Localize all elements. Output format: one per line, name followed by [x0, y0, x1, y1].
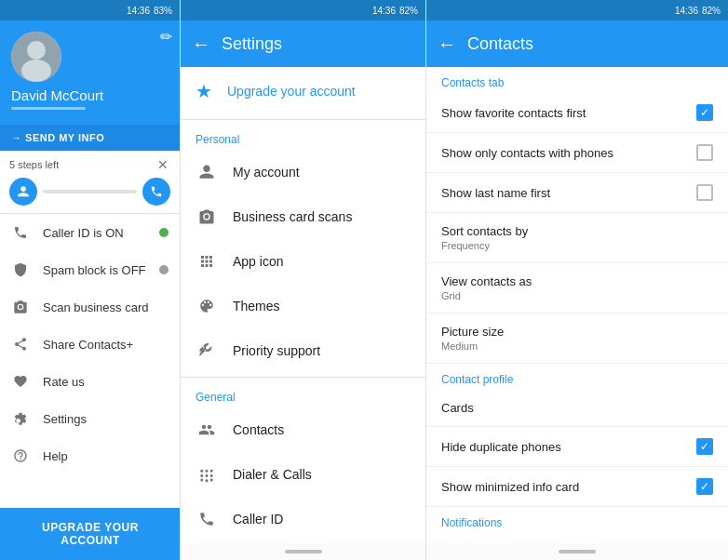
left-panel: 14:36 83% ✏ David McCourt → SEND MY INFO…	[0, 0, 181, 560]
settings-item-my-account[interactable]: My account	[181, 150, 425, 194]
notifications-section: Notifications	[426, 507, 728, 533]
dialer-calls-label: Dialer & Calls	[233, 467, 312, 482]
middle-panel: 14:36 82% ← Settings ★ Upgrade your acco…	[181, 0, 426, 560]
status-bar-right: 14:36 82%	[426, 0, 728, 20]
user-bar-decoration	[11, 107, 86, 110]
upgrade-item[interactable]: ★ Upgrade your account	[181, 67, 425, 115]
share-icon	[11, 335, 30, 353]
send-my-info-label: → SEND MY INFO	[11, 132, 104, 143]
edit-icon[interactable]: ✏	[160, 28, 172, 46]
settings-header: ← Settings	[181, 20, 425, 67]
close-steps-icon[interactable]: ✕	[155, 157, 170, 172]
contact-profile-section: Contact profile	[426, 364, 728, 390]
middle-nav-bar	[181, 543, 425, 560]
settings-item-app-icon[interactable]: App icon	[181, 239, 425, 284]
themes-label: Themes	[233, 299, 280, 313]
nav-indicator-middle	[285, 550, 322, 553]
settings-item-contacts[interactable]: Contacts	[181, 407, 425, 452]
view-contacts-sub: Grid	[441, 290, 532, 301]
steps-banner: 5 steps left ✕	[0, 152, 180, 176]
camera-settings-icon	[195, 206, 218, 228]
personal-section-header: Personal	[181, 124, 425, 150]
contacts-header: ← Contacts	[426, 20, 728, 67]
right-nav-bar	[426, 543, 728, 560]
show-minimized-checkbox[interactable]: ✓	[696, 478, 713, 495]
upgrade-label: Upgrade your account	[227, 84, 356, 99]
contacts-tab-section: Contacts tab	[426, 67, 728, 93]
divider-1	[181, 119, 425, 120]
row-hide-duplicate[interactable]: Hide duplicate phones ✓	[426, 427, 728, 467]
settings-label: Settings	[43, 412, 87, 426]
priority-support-label: Priority support	[233, 343, 320, 358]
upgrade-button[interactable]: UPGRADE YOUR ACCOUNT	[0, 508, 180, 560]
menu-item-settings[interactable]: Settings	[0, 400, 180, 437]
settings-item-dialer[interactable]: Dialer & Calls	[181, 452, 425, 497]
row-only-with-phones[interactable]: Show only contacts with phones	[426, 133, 728, 173]
avatar	[11, 32, 61, 82]
settings-item-priority[interactable]: Priority support	[181, 328, 425, 373]
caller-id-status	[159, 228, 169, 237]
business-card-label: Business card scans	[233, 209, 352, 224]
row-sort-contacts[interactable]: Sort contacts by Frequency	[426, 213, 728, 263]
camera-icon	[11, 298, 30, 316]
show-favorites-checkbox[interactable]: ✓	[696, 104, 713, 121]
wrench-icon	[195, 340, 218, 362]
row-show-favorites[interactable]: Show favorite contacts first ✓	[426, 93, 728, 133]
status-bar-left: 14:36 83%	[0, 0, 180, 20]
contacts-back-button[interactable]: ←	[438, 33, 456, 55]
hide-duplicate-checkbox[interactable]: ✓	[696, 438, 713, 455]
heart-icon	[11, 372, 30, 391]
settings-title: Settings	[222, 34, 282, 54]
user-name: David McCourt	[11, 87, 169, 103]
app-icon-label: App icon	[233, 254, 283, 269]
dialpad-icon	[195, 463, 218, 486]
status-battery-right: 82%	[702, 6, 721, 16]
person-icon	[195, 161, 218, 183]
menu-item-scan-card[interactable]: Scan business card	[0, 288, 180, 326]
right-panel: 14:36 82% ← Contacts Contacts tab Show f…	[426, 0, 728, 560]
svg-point-1	[27, 41, 46, 60]
caller-id-label: Caller ID is ON	[43, 226, 124, 240]
view-contacts-label: View contacts as	[441, 274, 532, 288]
status-battery-middle: 82%	[399, 6, 418, 16]
settings-item-themes[interactable]: Themes	[181, 284, 425, 328]
row-cards[interactable]: Cards	[426, 390, 728, 427]
gear-icon	[11, 409, 30, 428]
menu-item-help[interactable]: Help	[0, 437, 180, 474]
left-header: ✏ David McCourt	[0, 20, 180, 125]
help-label: Help	[43, 449, 68, 463]
row-picture-size[interactable]: Picture size Medium	[426, 313, 728, 364]
settings-item-business-card[interactable]: Business card scans	[181, 194, 425, 239]
row-show-minimized[interactable]: Show minimized info card ✓	[426, 467, 728, 507]
menu-item-spam-block[interactable]: Spam block is OFF	[0, 251, 180, 288]
menu-item-share-contacts[interactable]: Share Contacts+	[0, 326, 180, 363]
picture-size-sub: Medium	[441, 340, 504, 352]
status-time-right: 14:36	[675, 6, 698, 16]
share-contacts-label: Share Contacts+	[43, 338, 133, 352]
contacts-content: Contacts tab Show favorite contacts firs…	[426, 67, 728, 543]
left-panel-wrapper: Caller ID is ON Spam block is OFF Scan b…	[0, 214, 180, 560]
last-name-first-checkbox[interactable]	[696, 184, 713, 201]
step-icon-person	[9, 178, 37, 206]
settings-back-button[interactable]: ←	[192, 33, 210, 55]
cards-label: Cards	[441, 401, 474, 415]
row-birthdays[interactable]: Birthdays notification ✓	[426, 533, 728, 543]
shield-icon	[11, 260, 30, 279]
show-favorites-label: Show favorite contacts first	[441, 106, 586, 120]
menu-item-caller-id[interactable]: Caller ID is ON	[0, 214, 180, 251]
rate-us-label: Rate us	[43, 375, 85, 389]
send-my-info-button[interactable]: → SEND MY INFO	[0, 125, 180, 152]
picture-size-label: Picture size	[441, 325, 504, 339]
sort-contacts-sub: Frequency	[441, 240, 528, 251]
spam-block-label: Spam block is OFF	[43, 263, 146, 277]
status-time-middle: 14:36	[372, 6, 396, 16]
only-with-phones-label: Show only contacts with phones	[441, 146, 613, 160]
only-with-phones-checkbox[interactable]	[696, 144, 713, 161]
settings-item-caller-id[interactable]: Caller ID	[181, 497, 425, 541]
row-last-name-first[interactable]: Show last name first	[426, 173, 728, 213]
row-view-contacts[interactable]: View contacts as Grid	[426, 263, 728, 313]
hide-duplicate-label: Hide duplicate phones	[441, 440, 561, 454]
menu-item-rate-us[interactable]: Rate us	[0, 363, 180, 400]
steps-left-label: 5 steps left	[9, 159, 59, 170]
status-time-left: 14:36	[127, 6, 150, 16]
